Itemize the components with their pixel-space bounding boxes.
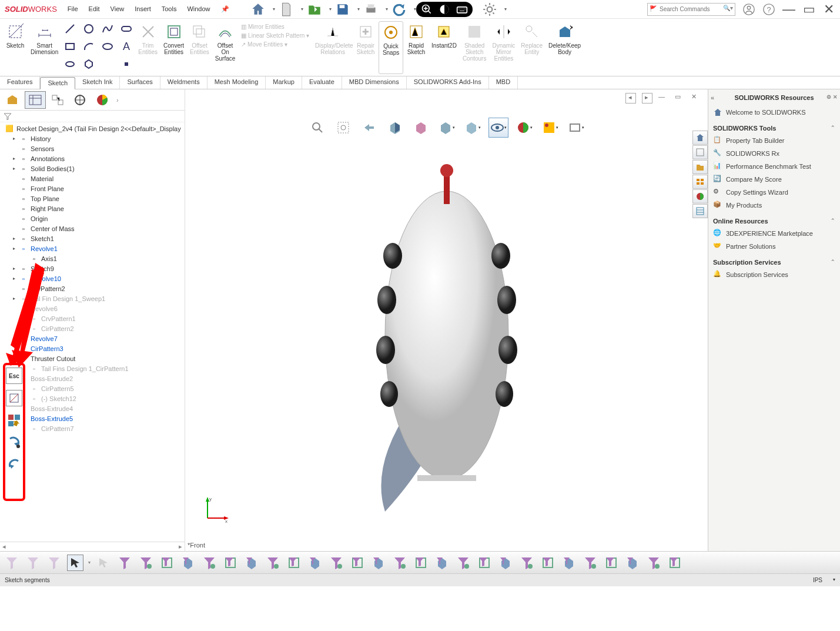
tree-tab-4[interactable] bbox=[69, 91, 91, 109]
dynamic-view[interactable] bbox=[411, 118, 431, 138]
tree-item[interactable]: ▫Axis1 bbox=[0, 253, 185, 263]
welcome-link[interactable]: Welcome to SOLIDWORKS bbox=[713, 106, 835, 119]
tree-item[interactable]: ▫Sensors bbox=[0, 143, 185, 153]
menu-pin-icon[interactable]: 📌 bbox=[221, 5, 229, 13]
options-button[interactable] bbox=[478, 0, 501, 19]
section-view[interactable] bbox=[385, 118, 405, 138]
arc-tool[interactable] bbox=[81, 39, 97, 54]
resource-link[interactable]: 🔔Subscription Services bbox=[713, 268, 835, 281]
tool-a[interactable] bbox=[6, 390, 22, 406]
bt-tool-21[interactable] bbox=[582, 555, 598, 571]
print-button[interactable] bbox=[360, 0, 382, 19]
prev-view[interactable] bbox=[359, 118, 379, 138]
appearance[interactable]: ▾ bbox=[514, 118, 534, 138]
text-tool[interactable]: A bbox=[118, 39, 135, 54]
tree-scroll[interactable]: ◂▸ bbox=[0, 542, 185, 551]
bt-tool-23[interactable] bbox=[624, 555, 641, 571]
slot-tool[interactable] bbox=[118, 21, 135, 36]
bt-tool-25[interactable] bbox=[667, 555, 683, 571]
delete-keep-button[interactable]: ✕Delete/Keep Body bbox=[546, 21, 583, 74]
instant2d-button[interactable]: Instant2D bbox=[429, 21, 459, 74]
bt-f1[interactable] bbox=[116, 555, 133, 571]
tab-surfaces[interactable]: Surfaces bbox=[120, 76, 160, 89]
tree-item[interactable]: ▫Right Plane bbox=[0, 203, 185, 213]
tree-item[interactable]: ▫Top Plane bbox=[0, 193, 185, 203]
tree-tab-3[interactable] bbox=[47, 91, 68, 109]
replace-entity-button[interactable]: Replace Entity bbox=[518, 21, 545, 74]
open-button[interactable] bbox=[303, 0, 326, 19]
taskpane-file[interactable] bbox=[692, 160, 708, 174]
contrast-icon[interactable] bbox=[439, 4, 450, 15]
resource-link[interactable]: 📊Performance Benchmark Test bbox=[713, 160, 835, 173]
rect-tool[interactable] bbox=[62, 39, 78, 54]
resource-link[interactable]: 🔧SOLIDWORKS Rx bbox=[713, 147, 835, 160]
tab-evaluate[interactable]: Evaluate bbox=[302, 76, 342, 89]
repair-sketch-button[interactable]: ✚Repair Sketch bbox=[354, 21, 377, 74]
bt-tool-2[interactable] bbox=[180, 555, 196, 571]
tree-item[interactable]: ▸▫Solid Bodies(1) bbox=[0, 163, 185, 173]
status-ips[interactable]: IPS bbox=[813, 577, 822, 583]
zoom-in-icon[interactable] bbox=[421, 4, 433, 15]
resource-link[interactable]: 🔄Compare My Score bbox=[713, 173, 835, 186]
smart-dimension-button[interactable]: ⟷Smart Dimension bbox=[28, 21, 61, 74]
search-input[interactable] bbox=[647, 3, 735, 16]
view-orient[interactable]: ▾ bbox=[437, 118, 457, 138]
vp-min[interactable]: — bbox=[658, 93, 669, 104]
bt-tool-9[interactable] bbox=[328, 555, 344, 571]
hide-show[interactable]: ▾ bbox=[488, 118, 508, 138]
online-section[interactable]: Online Resources bbox=[713, 218, 835, 225]
tree-item[interactable]: ▸▫History bbox=[0, 133, 185, 143]
zoom-fit[interactable] bbox=[307, 118, 327, 138]
esc-button[interactable]: Esc bbox=[6, 368, 22, 384]
mirror-entities[interactable]: ▥ Mirror Entities bbox=[241, 24, 309, 30]
bt-tool-5[interactable] bbox=[243, 555, 260, 571]
bt-tool-12[interactable] bbox=[391, 555, 408, 571]
save-button[interactable] bbox=[332, 0, 354, 19]
zoom-area[interactable] bbox=[333, 118, 353, 138]
tree-item[interactable]: ▸▫Annotations bbox=[0, 153, 185, 163]
menu-file[interactable]: File bbox=[68, 5, 78, 13]
shaded-contours-button[interactable]: Shaded Sketch Contours bbox=[460, 21, 489, 74]
resource-link[interactable]: ⚙Copy Settings Wizard bbox=[713, 186, 835, 199]
rapid-sketch-button[interactable]: Rapid Sketch bbox=[404, 21, 428, 74]
offset-surface-button[interactable]: Offset On Surface bbox=[213, 21, 237, 74]
tab-markup[interactable]: Markup bbox=[266, 76, 302, 89]
sketch-button[interactable]: Sketch bbox=[4, 21, 27, 74]
bt-tool-22[interactable] bbox=[603, 555, 620, 571]
tree-item[interactable]: ▫Front Plane bbox=[0, 183, 185, 193]
bt-tool-13[interactable] bbox=[413, 555, 429, 571]
render[interactable]: ▾ bbox=[566, 118, 586, 138]
bt-cursor[interactable] bbox=[67, 555, 83, 571]
display-style[interactable]: ▾ bbox=[463, 118, 483, 138]
linear-pattern[interactable]: ▦ Linear Sketch Pattern ▾ bbox=[241, 32, 309, 39]
trim-button[interactable]: Trim Entities bbox=[136, 21, 160, 74]
circle-tool[interactable] bbox=[81, 21, 97, 36]
vp-close[interactable]: ✕ bbox=[691, 93, 702, 104]
bt-tool-19[interactable] bbox=[540, 555, 556, 571]
taskpane-view[interactable] bbox=[692, 175, 708, 189]
menu-insert[interactable]: Insert bbox=[135, 5, 151, 13]
tree-more[interactable]: › bbox=[116, 96, 119, 104]
maximize-button[interactable]: ▭ bbox=[802, 2, 815, 17]
move-entities[interactable]: ↗ Move Entities ▾ bbox=[241, 41, 309, 48]
tree-tab-2[interactable] bbox=[25, 91, 46, 109]
bt-tool-10[interactable] bbox=[349, 555, 366, 571]
bt-tool-0[interactable] bbox=[138, 555, 154, 571]
point-tool[interactable] bbox=[118, 56, 135, 72]
convert-button[interactable]: Convert Entities bbox=[161, 21, 186, 74]
tab-sketch[interactable]: Sketch bbox=[40, 77, 75, 89]
vp-next[interactable]: ▸ bbox=[642, 93, 652, 104]
tree-tab-1[interactable] bbox=[2, 91, 24, 109]
scene[interactable]: ▾ bbox=[540, 118, 560, 138]
menu-edit[interactable]: Edit bbox=[89, 5, 100, 13]
bt-tool-3[interactable] bbox=[201, 555, 217, 571]
tab-mesh[interactable]: Mesh Modeling bbox=[208, 76, 266, 89]
user-icon[interactable] bbox=[742, 3, 755, 16]
tools-section[interactable]: SOLIDWORKS Tools bbox=[713, 125, 835, 132]
keyboard-icon[interactable] bbox=[456, 4, 468, 15]
tree-item[interactable]: ▫Material bbox=[0, 173, 185, 183]
polygon-tool[interactable] bbox=[62, 56, 78, 72]
tree-tab-5[interactable] bbox=[92, 91, 113, 109]
tree-item[interactable]: ▸▫Revolve1 bbox=[0, 243, 185, 253]
menu-window[interactable]: Window bbox=[187, 5, 210, 13]
